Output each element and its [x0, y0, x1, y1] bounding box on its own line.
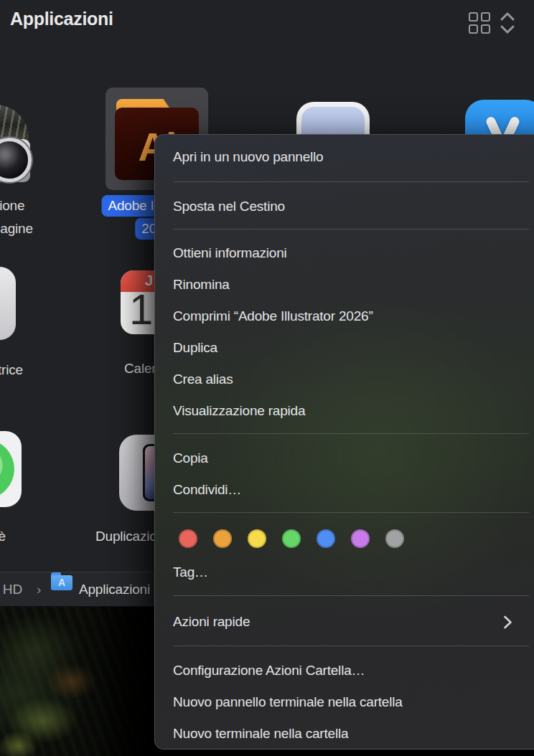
icon-label-image-capture-line1[interactable]: Acquisizione	[0, 198, 24, 214]
tag-yellow[interactable]	[248, 529, 266, 548]
chevron-up-down-icon[interactable]	[498, 11, 517, 38]
menu-item-duplica[interactable]: Duplica	[155, 332, 534, 364]
applications-folder-icon: A	[51, 572, 72, 590]
context-menu: Apri in un nuovo pannello Sposta nel Ces…	[154, 134, 534, 750]
breadcrumb-folder[interactable]: Applicazioni	[79, 572, 150, 606]
tag-orange[interactable]	[213, 529, 232, 548]
menu-separator	[173, 433, 529, 434]
grid-square	[481, 24, 490, 34]
grid-square	[469, 12, 478, 22]
menu-separator	[173, 229, 529, 230]
chevron-right-icon	[503, 615, 512, 630]
menu-item-condividi[interactable]: Condividi…	[155, 474, 534, 506]
find-my-icon[interactable]	[0, 431, 22, 507]
menu-item-visualizzazione-rapida[interactable]: Visualizzazione rapida	[155, 395, 534, 427]
finder-window: Applicazioni Acquisizione Immagine Ai Ad…	[0, 0, 534, 756]
menu-tags-row	[155, 521, 534, 556]
grid-square	[469, 24, 478, 34]
menu-separator	[173, 595, 529, 596]
menu-item-sposta-nel-cestino[interactable]: Sposta nel Cestino	[155, 191, 534, 222]
tag-purple[interactable]	[351, 529, 370, 548]
tag-green[interactable]	[282, 529, 301, 548]
menu-item-configurazione-azioni-cartella[interactable]: Configurazione Azioni Cartella…	[155, 655, 534, 686]
icon-label-calculator[interactable]: Calcolatrice	[0, 362, 23, 378]
breadcrumb-chevron: ›	[37, 572, 41, 606]
tag-red[interactable]	[179, 529, 197, 548]
menu-item-rinomina[interactable]: Rinomina	[155, 269, 534, 301]
menu-item-crea-alias[interactable]: Crea alias	[155, 364, 534, 395]
menu-item-nuovo-pannello-terminale[interactable]: Nuovo pannello terminale nella cartella	[155, 686, 534, 718]
grid-square	[481, 12, 490, 22]
menu-item-comprimi[interactable]: Comprimi “Adobe Illustrator 2026”	[155, 301, 534, 332]
page-title: Applicazioni	[10, 9, 113, 29]
menu-item-apri-nuovo-pannello[interactable]: Apri in un nuovo pannello	[155, 141, 534, 173]
breadcrumb-volume[interactable]: Macintosh HD	[0, 572, 22, 606]
menu-item-tag[interactable]: Tag…	[155, 556, 534, 589]
menu-item-label: Azioni rapide	[173, 614, 250, 629]
tag-gray[interactable]	[385, 529, 404, 548]
find-my-radar	[0, 439, 14, 499]
icon-label-find-my[interactable]: Dov'è	[0, 529, 6, 544]
folder-a-glyph: A	[51, 575, 72, 590]
menu-separator	[173, 646, 529, 646]
menu-separator	[173, 512, 529, 513]
icon-label-image-capture-line2[interactable]: Immagine	[0, 221, 33, 237]
menu-item-ottieni-informazioni[interactable]: Ottieni informazioni	[155, 237, 534, 269]
tag-blue[interactable]	[317, 529, 335, 548]
calculator-icon[interactable]	[0, 267, 16, 340]
grid-view-icon[interactable]	[469, 12, 492, 34]
calendar-day-number: 1	[129, 285, 153, 334]
menu-item-nuovo-terminale[interactable]: Nuovo terminale nella cartella	[155, 718, 534, 750]
menu-separator	[173, 181, 529, 182]
menu-item-copia[interactable]: Copia	[155, 443, 534, 474]
menu-item-azioni-rapide[interactable]: Azioni rapide	[155, 605, 534, 639]
